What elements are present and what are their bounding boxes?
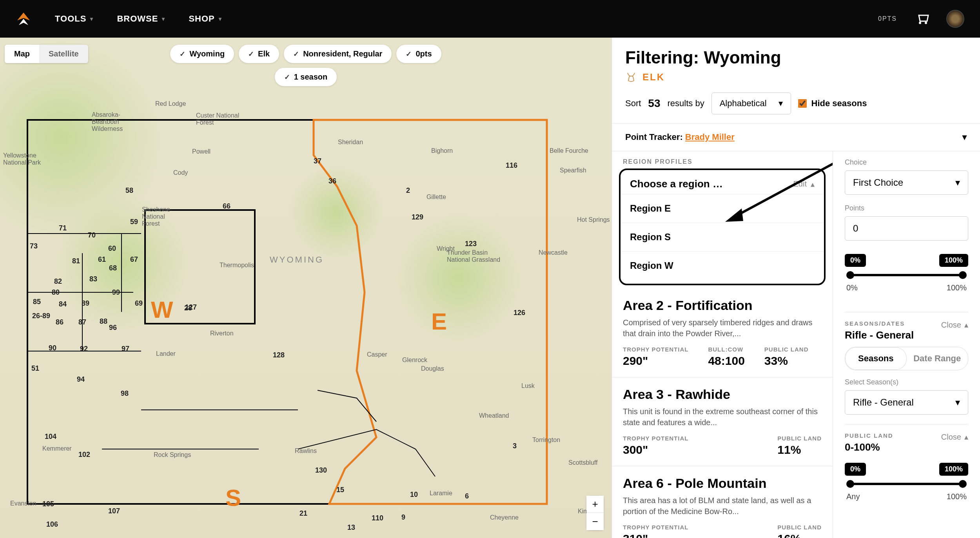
close-seasons-button[interactable]: Close▴ — [941, 320, 968, 330]
nav-browse[interactable]: BROWSE▾ — [117, 14, 165, 24]
region-dropdown-title: Choose a region … — [630, 178, 723, 190]
satellite-view-button[interactable]: Satellite — [39, 45, 88, 63]
chevron-down-icon: ▾ — [219, 16, 222, 22]
chevron-up-icon: ▴ — [964, 432, 968, 442]
close-public-button[interactable]: Close▴ — [941, 432, 968, 442]
map[interactable]: Map Satellite ✓Wyoming ✓Elk ✓Nonresident… — [0, 38, 612, 538]
page-title: Filtering: Wyoming — [625, 48, 967, 67]
zoom-out-button[interactable]: − — [586, 513, 604, 530]
elk-icon — [625, 71, 637, 83]
chevron-down-icon: ▾ — [162, 16, 165, 22]
public-land-slider[interactable]: 0% 100% Any100% — [845, 459, 968, 513]
species-label: ELK — [642, 72, 665, 83]
choice-select[interactable]: First Choice▾ — [845, 170, 968, 195]
area-title: Area 3 - Rawhide — [623, 387, 822, 402]
region-edit-button[interactable]: Edit ▴ — [793, 179, 815, 189]
avatar[interactable] — [946, 10, 964, 28]
result-count: 53 — [648, 97, 660, 110]
chip-points[interactable]: ✓0pts — [396, 45, 441, 63]
seg-seasons-button[interactable]: Seasons — [845, 347, 907, 370]
area-desc: Comprised of very sparsely timbered ridg… — [623, 317, 822, 339]
svg-marker-1 — [19, 19, 28, 25]
map-type-toggle: Map Satellite — [5, 45, 88, 63]
chevron-down-icon: ▾ — [955, 397, 960, 408]
points-display[interactable]: 0PTS — [878, 15, 897, 22]
chevron-down-icon: ▾ — [955, 177, 960, 188]
point-tracker-row[interactable]: Point Tracker: Brady Miller ▾ — [612, 123, 980, 151]
check-icon: ✓ — [284, 73, 290, 82]
chip-residency[interactable]: ✓Nonresident, Regular — [284, 45, 392, 63]
area-desc: This area has a lot of BLM and state lan… — [623, 495, 822, 517]
chip-species[interactable]: ✓Elk — [239, 45, 279, 63]
hide-seasons-checkbox[interactable]: Hide seasons — [798, 98, 867, 109]
seg-daterange-button[interactable]: Date Range — [907, 347, 968, 370]
zoom-in-button[interactable]: + — [586, 496, 604, 513]
region-profiles-label: REGION PROFILES — [612, 151, 833, 165]
area-card[interactable]: Area 2 - Fortification Comprised of very… — [612, 288, 833, 377]
region-dropdown: Choose a region … Edit ▴ Region E Region… — [619, 168, 826, 285]
odds-slider[interactable]: 0% 100% 0%100% — [845, 250, 968, 304]
chevron-up-icon: ▴ — [964, 320, 968, 330]
area-card[interactable]: Area 6 - Pole Mountain This area has a l… — [612, 466, 833, 538]
map-view-button[interactable]: Map — [5, 45, 39, 63]
region-option-s[interactable]: Region S — [621, 223, 824, 251]
chevron-down-icon: ▾ — [90, 16, 93, 22]
sort-select[interactable]: Alphabetical ▾ — [711, 92, 791, 114]
check-icon: ✓ — [406, 50, 412, 58]
nav-shop[interactable]: SHOP▾ — [189, 14, 221, 24]
chevron-up-icon: ▴ — [811, 179, 815, 189]
nav-tools[interactable]: TOOLS▾ — [55, 14, 93, 24]
check-icon: ✓ — [248, 50, 254, 58]
choice-label: Choice — [845, 158, 968, 167]
chevron-down-icon: ▾ — [779, 98, 783, 109]
cart-icon[interactable] — [916, 12, 931, 26]
area-title: Area 2 - Fortification — [623, 298, 822, 313]
chevron-down-icon: ▾ — [962, 132, 967, 142]
points-input[interactable] — [845, 216, 968, 241]
chip-state[interactable]: ✓Wyoming — [170, 45, 234, 63]
seasons-segment: Seasons Date Range — [845, 347, 968, 370]
tracker-user-link[interactable]: Brady Miller — [685, 132, 735, 142]
season-select[interactable]: Rifle - General▾ — [845, 390, 968, 415]
area-title: Area 6 - Pole Mountain — [623, 476, 822, 491]
area-desc: This unit is found in the extreme southe… — [623, 406, 822, 428]
chip-seasons[interactable]: ✓1 season — [275, 68, 337, 86]
check-icon: ✓ — [180, 50, 185, 58]
region-option-w[interactable]: Region W — [621, 251, 824, 280]
brand-logo[interactable] — [16, 11, 31, 27]
region-option-e[interactable]: Region E — [621, 194, 824, 223]
area-card[interactable]: Area 3 - Rawhide This unit is found in t… — [612, 377, 833, 466]
check-icon: ✓ — [293, 50, 299, 58]
points-label: Points — [845, 204, 968, 212]
